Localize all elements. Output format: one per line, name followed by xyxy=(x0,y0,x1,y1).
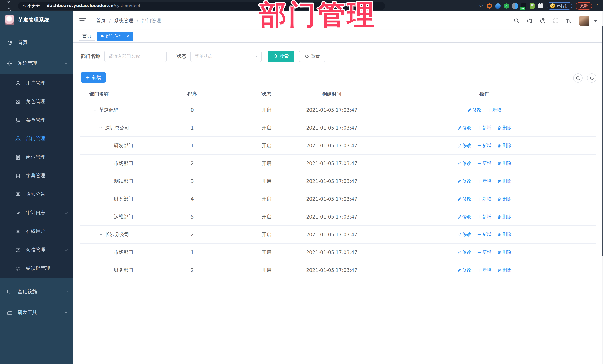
add-link[interactable]: 新增 xyxy=(477,231,491,238)
vpn-on-extension-icon[interactable] xyxy=(521,3,526,8)
add-link[interactable]: 新增 xyxy=(477,267,491,273)
browser-forward-icon[interactable] xyxy=(3,0,14,6)
close-tab-icon[interactable]: × xyxy=(126,34,129,38)
ring-extension-icon[interactable] xyxy=(487,3,492,8)
edit-link[interactable]: 修改 xyxy=(457,142,471,149)
scrollbar-thumb[interactable] xyxy=(602,26,603,256)
sidebar-item-1[interactable]: 系统管理 xyxy=(0,53,73,74)
dept-name-input[interactable] xyxy=(104,51,167,62)
sidebar-item-9[interactable]: 审计日志 xyxy=(0,203,73,222)
sidebar: 芋道管理系统 首页 系统管理 用户管理 角色管理 菜单管理 部门管理 岗位管理 … xyxy=(0,11,73,364)
sidebar-item-7[interactable]: 字典管理 xyxy=(0,166,73,185)
row-expand-icon[interactable] xyxy=(99,232,103,236)
app-logo-row[interactable]: 芋道管理系统 xyxy=(0,11,73,29)
sidebar-item-5[interactable]: 部门管理 xyxy=(0,129,73,148)
sidebar-item-4[interactable]: 菜单管理 xyxy=(0,111,73,129)
breadcrumb-item[interactable]: 部门管理 xyxy=(142,17,161,24)
delete-link[interactable]: 删除 xyxy=(497,124,511,131)
person-extension-icon[interactable] xyxy=(529,3,534,8)
breadcrumb-item[interactable]: 首页 xyxy=(96,17,106,24)
edit-link[interactable]: 修改 xyxy=(457,249,471,255)
delete-link[interactable]: 删除 xyxy=(497,178,511,184)
edit-link[interactable]: 修改 xyxy=(457,124,471,131)
edit-link[interactable]: 修改 xyxy=(457,213,471,220)
table-row: 芋道源码 0 开启 2021-01-05 17:03:47 修改新增 xyxy=(80,101,596,119)
add-link[interactable]: 新增 xyxy=(477,124,491,131)
add-link[interactable]: 新增 xyxy=(477,160,491,166)
delete-link[interactable]: 删除 xyxy=(497,142,511,149)
add-link[interactable]: 新增 xyxy=(477,213,491,220)
tab-label: 部门管理 xyxy=(106,33,124,39)
edit-link[interactable]: 修改 xyxy=(467,107,481,113)
add-link[interactable]: 新增 xyxy=(477,142,491,149)
status-cell: 开启 xyxy=(248,196,285,202)
add-link[interactable]: 新增 xyxy=(477,178,491,184)
delete-link[interactable]: 删除 xyxy=(497,213,511,220)
search-button[interactable]: 搜索 xyxy=(268,51,294,62)
tab-部门管理[interactable]: 部门管理× xyxy=(97,32,133,41)
user-avatar[interactable] xyxy=(579,16,589,26)
scrollbar[interactable] xyxy=(602,11,603,364)
github-icon[interactable] xyxy=(527,18,533,24)
sidebar-item-10[interactable]: 在线用户 xyxy=(0,222,73,241)
created-time-cell: 2021-01-05 17:03:47 xyxy=(300,143,363,148)
browser-menu-icon[interactable]: ⋮ xyxy=(596,4,599,8)
sidebar-item-11[interactable]: 短信管理 xyxy=(0,241,73,259)
status-cell: 开启 xyxy=(248,267,285,273)
reset-button[interactable]: 重置 xyxy=(299,51,325,62)
collapse-sidebar-icon[interactable] xyxy=(79,18,86,23)
drop-extension-icon[interactable] xyxy=(495,3,500,8)
sidebar-item-2[interactable]: 用户管理 xyxy=(0,74,73,92)
chevron-down-icon[interactable] xyxy=(594,20,597,22)
sidebar-item-13[interactable]: 基础设施 xyxy=(0,281,73,302)
dept-name-cell: 财务部门 xyxy=(114,267,133,273)
arrow-down-icon xyxy=(64,310,68,315)
add-link[interactable]: 新增 xyxy=(477,249,491,255)
edit-link[interactable]: 修改 xyxy=(457,231,471,238)
bookmark-star-icon[interactable]: ☆ xyxy=(479,3,483,9)
security-warning[interactable]: ⚠ 不安全 xyxy=(22,3,40,9)
tab-首页[interactable]: 首页 xyxy=(79,32,95,41)
delete-link[interactable]: 删除 xyxy=(497,160,511,166)
delete-link[interactable]: 删除 xyxy=(497,196,511,202)
sidebar-item-6[interactable]: 岗位管理 xyxy=(0,148,73,166)
sidebar-item-12[interactable]: 错误码管理 xyxy=(0,259,73,278)
edit-link[interactable]: 修改 xyxy=(457,267,471,273)
sidebar-item-0[interactable]: 首页 xyxy=(0,32,73,53)
created-time-cell: 2021-01-05 17:03:47 xyxy=(300,267,363,273)
grid-extension-icon[interactable] xyxy=(512,3,517,8)
edit-link[interactable]: 修改 xyxy=(457,160,471,166)
plus-icon xyxy=(477,143,481,147)
browser-update-button[interactable]: 更新 xyxy=(576,2,592,10)
add-dept-button[interactable]: 新增 xyxy=(81,72,106,83)
toggle-search-button[interactable] xyxy=(573,73,583,83)
add-link[interactable]: 新增 xyxy=(477,196,491,202)
profile-paused-chip[interactable]: 已暂停 xyxy=(546,2,572,10)
refresh-table-button[interactable] xyxy=(587,73,596,83)
status-select[interactable]: 菜单状态 xyxy=(190,51,262,62)
row-expand-icon[interactable] xyxy=(99,126,103,130)
created-time-cell: 2021-01-05 17:03:47 xyxy=(300,214,363,220)
sidebar-item-3[interactable]: 角色管理 xyxy=(0,92,73,111)
trash-icon xyxy=(497,215,501,219)
add-link[interactable]: 新增 xyxy=(487,107,501,113)
sidebar-item-14[interactable]: 研发工具 xyxy=(0,302,73,323)
puzzle-extension-icon[interactable] xyxy=(538,3,543,8)
delete-link[interactable]: 删除 xyxy=(497,231,511,238)
breadcrumb-item[interactable]: 系统管理 xyxy=(114,17,133,24)
help-icon[interactable] xyxy=(540,18,546,24)
edit-link[interactable]: 修改 xyxy=(457,196,471,202)
infra-icon xyxy=(7,289,13,295)
sidebar-item-8[interactable]: 通知公告 xyxy=(0,185,73,203)
fullscreen-icon[interactable] xyxy=(553,18,559,24)
delete-link[interactable]: 删除 xyxy=(497,267,511,273)
edit-pencil-icon xyxy=(457,126,461,130)
created-time-cell: 2021-01-05 17:03:47 xyxy=(300,161,363,166)
row-expand-icon[interactable] xyxy=(93,108,97,112)
search-icon[interactable] xyxy=(514,18,520,24)
check-extension-icon[interactable]: ✓ xyxy=(504,3,509,8)
font-size-icon[interactable]: Tt xyxy=(566,18,572,23)
edit-link[interactable]: 修改 xyxy=(457,178,471,184)
delete-link[interactable]: 删除 xyxy=(497,249,511,255)
column-header-1: 排序 xyxy=(177,91,207,97)
